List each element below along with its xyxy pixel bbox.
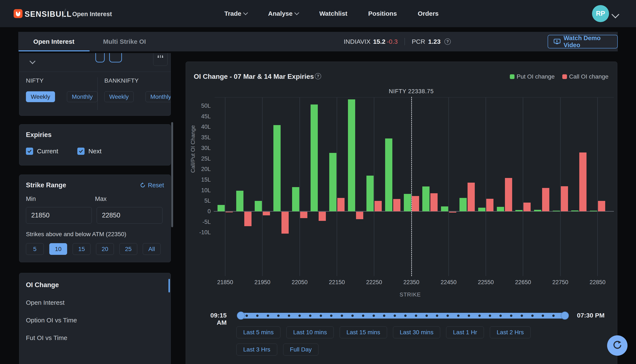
atm-option-10[interactable]: 10 — [49, 243, 67, 255]
atm-option-15[interactable]: 15 — [73, 243, 90, 255]
put-bar-21850 — [218, 205, 225, 211]
banknifty-monthly-button[interactable]: Monthly — [146, 91, 171, 102]
nav-item-orders[interactable]: Orders — [418, 10, 438, 17]
put-bar-21900 — [236, 191, 244, 211]
view-item-oi-change[interactable]: OI Change — [19, 276, 170, 294]
nav-item-label: Orders — [418, 10, 438, 17]
call-bar-22100 — [319, 212, 326, 221]
expiry-checkbox-current[interactable]: Current — [26, 148, 58, 155]
x-tick-label: 22450 — [440, 279, 456, 286]
nav-item-label: Trade — [224, 10, 241, 17]
help-icon[interactable]: ? — [444, 38, 451, 45]
expiry-checkbox-next[interactable]: Next — [77, 148, 102, 155]
slider-dot — [426, 314, 428, 317]
watch-demo-video-button[interactable]: Watch Demo Video — [548, 35, 618, 48]
chip-fragment[interactable] — [109, 53, 122, 62]
settings-button-fragment[interactable] — [153, 53, 168, 66]
slider-handle-right[interactable] — [561, 312, 569, 320]
x-axis-title: STRIKE — [400, 291, 421, 298]
min-label: Min — [26, 196, 95, 202]
slider-dot — [552, 314, 555, 317]
min-strike-input[interactable] — [26, 207, 92, 224]
slider-dot — [478, 314, 481, 317]
nav-item-analyse[interactable]: Analyse — [268, 10, 298, 17]
put-bar-22650 — [515, 210, 522, 211]
time-button-full-day[interactable]: Full Day — [283, 344, 319, 356]
put-bar-22500 — [460, 198, 467, 211]
time-button-last-10-mins[interactable]: Last 10 mins — [286, 326, 334, 338]
chart-legend: Put OI changeCall OI change — [510, 73, 608, 80]
y-tick-label: 10L — [201, 187, 211, 194]
gridline — [337, 97, 337, 276]
y-tick-label: 30L — [201, 144, 211, 151]
view-item-option-oi-vs-time[interactable]: Option OI vs Time — [19, 311, 170, 329]
expiry-label: Current — [37, 148, 58, 155]
call-bar-22600 — [505, 178, 512, 211]
nifty-monthly-button[interactable]: Monthly — [67, 91, 98, 102]
views-panel: OI ChangeOpen InterestOption OI vs TimeF… — [19, 273, 171, 364]
view-item-fut-oi-vs-time[interactable]: Fut OI vs Time — [19, 329, 170, 346]
slider-dot — [383, 314, 385, 317]
y-tick-label: -5L — [202, 218, 211, 225]
slider-end-time: 07:30 PM — [577, 312, 604, 319]
sensibull-logo-icon[interactable] — [14, 9, 22, 18]
banknifty-weekly-button[interactable]: Weekly — [104, 91, 134, 102]
slider-dot — [341, 314, 343, 317]
time-button-last-3-hrs[interactable]: Last 3 Hrs — [236, 344, 277, 356]
call-bar-22850 — [598, 201, 605, 211]
help-icon[interactable]: ? — [315, 73, 321, 80]
refresh-button[interactable] — [607, 335, 628, 356]
atm-option-all[interactable]: All — [143, 243, 160, 255]
search-icon[interactable] — [30, 58, 36, 64]
slider-dot — [521, 314, 523, 317]
nifty-weekly-button[interactable]: Weekly — [26, 91, 55, 102]
atm-option-5[interactable]: 5 — [26, 243, 44, 255]
tab-open-interest[interactable]: Open Interest — [18, 32, 90, 52]
call-bar-22350 — [412, 196, 419, 211]
time-button-last-30-mins[interactable]: Last 30 mins — [393, 326, 440, 338]
nav-item-positions[interactable]: Positions — [368, 10, 397, 17]
call-bar-22750 — [561, 186, 568, 211]
time-button-last-5-mins[interactable]: Last 5 mins — [236, 326, 280, 338]
view-item-open-interest[interactable]: Open Interest — [19, 294, 170, 311]
time-button-last-15-mins[interactable]: Last 15 mins — [340, 326, 387, 338]
avatar[interactable]: RP — [592, 5, 609, 22]
put-bar-22200 — [348, 100, 355, 211]
chevron-down-icon[interactable] — [612, 10, 620, 18]
y-tick-label: -10L — [199, 229, 211, 236]
atm-option-25[interactable]: 25 — [120, 243, 137, 255]
call-bar-21950 — [263, 212, 270, 215]
atm-option-20[interactable]: 20 — [96, 243, 114, 255]
reset-icon — [140, 182, 146, 188]
max-strike-input[interactable] — [97, 207, 162, 224]
x-tick-label: 22150 — [329, 279, 345, 286]
slider-dot — [351, 314, 354, 317]
time-button-last-2-hrs[interactable]: Last 2 Hrs — [490, 326, 531, 338]
legend-label: Put OI change — [516, 73, 555, 80]
slider-dot — [267, 314, 269, 317]
slider-dot — [531, 314, 534, 317]
nav-item-trade[interactable]: Trade — [224, 10, 247, 17]
slider-dot — [320, 314, 322, 317]
chip-fragment[interactable] — [96, 53, 105, 62]
expiry-label: Next — [88, 148, 102, 155]
instrument-name: BANKNIFTY — [104, 77, 171, 84]
expiries-panel: Expiries CurrentNext — [19, 124, 171, 166]
views-scroll-indicator[interactable] — [168, 279, 170, 292]
call-bar-22400 — [430, 193, 438, 211]
nav-item-watchlist[interactable]: Watchlist — [319, 10, 347, 17]
breadcrumb: Open Interest — [72, 10, 112, 18]
tab-multi-strike-oi[interactable]: Multi Strike OI — [90, 32, 160, 52]
time-button-last-1-hr[interactable]: Last 1 Hr — [446, 326, 484, 338]
watch-demo-video-label: Watch Demo Video — [564, 34, 612, 49]
time-slider-track[interactable] — [237, 313, 568, 318]
reset-button[interactable]: Reset — [140, 182, 164, 189]
slider-handle-left[interactable] — [237, 312, 245, 320]
slider-dot — [542, 314, 544, 317]
reset-label: Reset — [148, 182, 164, 189]
sidebar-scrollbar[interactable] — [171, 122, 173, 227]
expiry-options: CurrentNext — [26, 148, 164, 155]
gridline — [374, 97, 374, 276]
x-tick-label: 22550 — [478, 279, 494, 286]
gridline — [560, 97, 560, 276]
